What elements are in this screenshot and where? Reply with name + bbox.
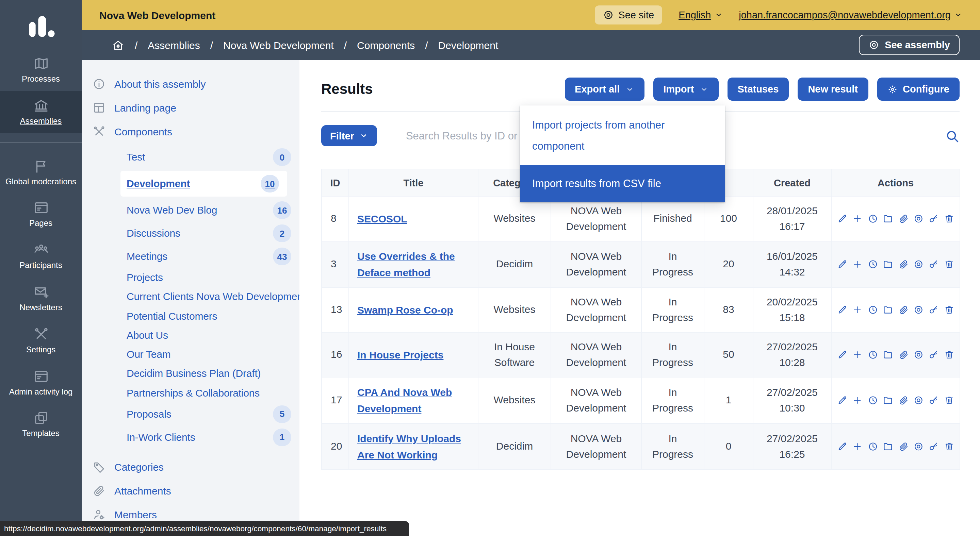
delete-icon[interactable] <box>943 304 954 316</box>
component-item-development[interactable]: Development10 <box>121 171 287 197</box>
delete-icon[interactable] <box>943 258 954 270</box>
component-item-test[interactable]: Test0 <box>82 146 299 169</box>
history-icon[interactable] <box>868 349 878 360</box>
delete-icon[interactable] <box>943 213 954 224</box>
sidebar-item-processes[interactable]: Processes <box>0 49 82 91</box>
result-title-link[interactable]: CPA And Nova Web Development <box>357 386 452 414</box>
permissions-icon[interactable] <box>929 395 939 406</box>
attachment-icon[interactable] <box>898 213 908 224</box>
search-icon[interactable] <box>945 128 959 143</box>
component-item-partnerships-collaborations[interactable]: Partnerships & Collaborations <box>82 383 299 403</box>
sidebar-item-assemblies[interactable]: Assemblies <box>0 91 82 133</box>
folder-icon[interactable] <box>883 258 893 270</box>
component-item-our-team[interactable]: Our Team <box>82 345 299 364</box>
assembly-menu-item-landing-page[interactable]: Landing page <box>82 96 299 120</box>
component-item-nova-web-dev-blog[interactable]: Nova Web Dev Blog16 <box>82 198 299 222</box>
component-item-proposals[interactable]: Proposals5 <box>82 403 299 426</box>
user-menu[interactable]: johan.francocampos@novawebdevelopment.or… <box>739 10 962 21</box>
component-item-about-us[interactable]: About Us <box>82 326 299 345</box>
component-item-projects[interactable]: Projects <box>82 268 299 287</box>
component-item-decidim-business-plan-draft[interactable]: Decidim Business Plan (Draft) <box>82 364 299 384</box>
import-button[interactable]: Import <box>653 78 718 101</box>
add-icon[interactable] <box>853 304 863 316</box>
component-item-potential-customers[interactable]: Potential Customers <box>82 306 299 326</box>
sidebar-item-global-moderations[interactable]: Global moderations <box>0 151 82 193</box>
history-icon[interactable] <box>868 441 878 452</box>
folder-icon[interactable] <box>883 395 893 406</box>
component-item-current-clients-nova-web-development[interactable]: Current Clients Nova Web Development <box>82 287 299 307</box>
add-icon[interactable] <box>853 441 863 452</box>
breadcrumb-item-development[interactable]: Development <box>438 39 498 51</box>
history-icon[interactable] <box>868 395 878 406</box>
sidebar-item-admin-activity-log[interactable]: Admin activity log <box>0 362 82 404</box>
new-result-button[interactable]: New result <box>798 78 868 101</box>
preview-icon[interactable] <box>913 395 924 406</box>
filter-button[interactable]: Filter <box>321 125 377 146</box>
result-title-link[interactable]: SECOSOL <box>357 213 407 224</box>
attachment-icon[interactable] <box>898 349 908 360</box>
history-icon[interactable] <box>868 258 878 270</box>
delete-icon[interactable] <box>943 395 954 406</box>
result-title-link[interactable]: Use Overrides & the Deface method <box>357 250 455 278</box>
breadcrumb-item-components[interactable]: Components <box>357 39 415 51</box>
result-title-link[interactable]: Identify Why Uploads Are Not Working <box>357 433 461 460</box>
assembly-menu-item-attachments[interactable]: Attachments <box>82 479 299 503</box>
preview-icon[interactable] <box>913 258 924 270</box>
permissions-icon[interactable] <box>929 441 939 452</box>
language-selector[interactable]: English <box>679 10 722 21</box>
see-site-button[interactable]: See site <box>595 5 662 24</box>
delete-icon[interactable] <box>943 349 954 360</box>
export-all-button[interactable]: Export all <box>565 78 644 101</box>
decidim-logo[interactable] <box>25 10 56 43</box>
edit-icon[interactable] <box>837 213 848 224</box>
attachment-icon[interactable] <box>898 441 908 452</box>
add-icon[interactable] <box>853 258 863 270</box>
configure-button[interactable]: Configure <box>877 78 959 101</box>
preview-icon[interactable] <box>913 349 924 360</box>
breadcrumb-item-assemblies[interactable]: Assemblies <box>148 39 200 51</box>
permissions-icon[interactable] <box>929 304 939 316</box>
add-icon[interactable] <box>853 349 863 360</box>
permissions-icon[interactable] <box>929 349 939 360</box>
history-icon[interactable] <box>868 304 878 316</box>
preview-icon[interactable] <box>913 441 924 452</box>
attachment-icon[interactable] <box>898 304 908 316</box>
add-icon[interactable] <box>853 395 863 406</box>
import-menu-item-import-results-from-csv-file[interactable]: Import results from CSV file <box>520 165 725 202</box>
import-menu-item-import-projects-from-another-component[interactable]: Import projects from another component <box>520 105 725 165</box>
sidebar-item-settings[interactable]: Settings <box>0 320 82 362</box>
sidebar-item-templates[interactable]: Templates <box>0 404 82 446</box>
statuses-button[interactable]: Statuses <box>727 78 789 101</box>
edit-icon[interactable] <box>837 441 848 452</box>
delete-icon[interactable] <box>943 441 954 452</box>
component-item-in-work-clients[interactable]: In-Work Clients1 <box>82 426 299 449</box>
preview-icon[interactable] <box>913 304 924 316</box>
sidebar-item-newsletters[interactable]: Newsletters <box>0 278 82 320</box>
sidebar-item-pages[interactable]: Pages <box>0 193 82 236</box>
add-icon[interactable] <box>853 213 863 224</box>
preview-icon[interactable] <box>913 213 924 224</box>
assembly-menu-item-components[interactable]: Components <box>82 120 299 144</box>
edit-icon[interactable] <box>837 395 848 406</box>
edit-icon[interactable] <box>837 304 848 316</box>
history-icon[interactable] <box>868 213 878 224</box>
component-item-discussions[interactable]: Discussions2 <box>82 222 299 245</box>
folder-icon[interactable] <box>883 441 893 452</box>
result-title-link[interactable]: In House Projects <box>357 349 443 360</box>
result-title-link[interactable]: Swamp Rose Co-op <box>357 304 453 316</box>
permissions-icon[interactable] <box>929 258 939 270</box>
attachment-icon[interactable] <box>898 258 908 270</box>
breadcrumb-item-nova-web-development[interactable]: Nova Web Development <box>223 39 334 51</box>
assembly-menu-item-about-this-assembly[interactable]: About this assembly <box>82 72 299 96</box>
folder-icon[interactable] <box>883 349 893 360</box>
edit-icon[interactable] <box>837 258 848 270</box>
component-item-meetings[interactable]: Meetings43 <box>82 245 299 268</box>
assembly-menu-item-categories[interactable]: Categories <box>82 455 299 479</box>
folder-icon[interactable] <box>883 213 893 224</box>
folder-icon[interactable] <box>883 304 893 316</box>
sidebar-item-participants[interactable]: Participants <box>0 235 82 278</box>
permissions-icon[interactable] <box>929 213 939 224</box>
edit-icon[interactable] <box>837 349 848 360</box>
see-assembly-button[interactable]: See assembly <box>859 35 959 55</box>
attachment-icon[interactable] <box>898 395 908 406</box>
